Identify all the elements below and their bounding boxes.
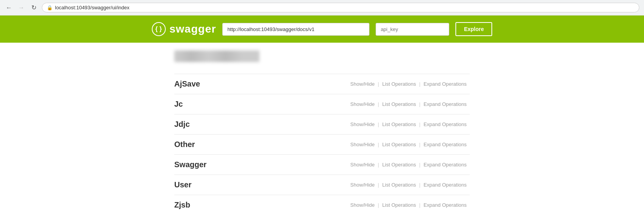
swagger-apikey-input[interactable] bbox=[376, 23, 449, 36]
back-button[interactable]: ← bbox=[5, 3, 13, 12]
browser-chrome: ← → ↻ 🔒 localhost:10493/swagger/ui/index bbox=[0, 0, 644, 16]
list-operations-link-user[interactable]: List Operations bbox=[379, 182, 419, 188]
swagger-header: { } swagger Explore bbox=[0, 16, 644, 43]
api-section-actions-jdjc: Show/Hide | List Operations | Expand Ope… bbox=[347, 121, 470, 127]
logo-symbol: { } bbox=[155, 26, 162, 33]
url-text: localhost:10493/swagger/ui/index bbox=[55, 5, 129, 10]
address-bar[interactable]: 🔒 localhost:10493/swagger/ui/index bbox=[42, 3, 639, 12]
api-section-name-other: Other bbox=[174, 140, 195, 149]
api-section-name-jc: Jc bbox=[174, 100, 183, 109]
main-content: AjSave Show/Hide | List Operations | Exp… bbox=[0, 43, 644, 218]
show-hide-link-zjsb[interactable]: Show/Hide bbox=[347, 202, 378, 208]
api-groups-container: AjSave Show/Hide | List Operations | Exp… bbox=[174, 74, 470, 215]
list-operations-link-jdjc[interactable]: List Operations bbox=[379, 121, 419, 127]
api-section-actions-user: Show/Hide | List Operations | Expand Ope… bbox=[347, 182, 470, 188]
api-section-ajsave: AjSave Show/Hide | List Operations | Exp… bbox=[174, 74, 470, 94]
explore-button[interactable]: Explore bbox=[455, 22, 492, 36]
api-section-actions-other: Show/Hide | List Operations | Expand Ope… bbox=[347, 142, 470, 147]
api-section-actions-swagger: Show/Hide | List Operations | Expand Ope… bbox=[347, 162, 470, 168]
lock-icon: 🔒 bbox=[47, 5, 53, 10]
show-hide-link-swagger[interactable]: Show/Hide bbox=[347, 162, 378, 168]
api-section-swagger: Swagger Show/Hide | List Operations | Ex… bbox=[174, 154, 470, 175]
api-section-name-user: User bbox=[174, 180, 191, 189]
api-section-actions-jc: Show/Hide | List Operations | Expand Ope… bbox=[347, 101, 470, 107]
show-hide-link-user[interactable]: Show/Hide bbox=[347, 182, 378, 188]
show-hide-link-jdjc[interactable]: Show/Hide bbox=[347, 121, 378, 127]
list-operations-link-zjsb[interactable]: List Operations bbox=[379, 202, 419, 208]
api-title-blurred bbox=[174, 50, 259, 62]
expand-operations-link-jdjc[interactable]: Expand Operations bbox=[421, 121, 470, 127]
refresh-button[interactable]: ↻ bbox=[29, 3, 38, 12]
api-section-jdjc: Jdjc Show/Hide | List Operations | Expan… bbox=[174, 114, 470, 134]
expand-operations-link-zjsb[interactable]: Expand Operations bbox=[421, 202, 470, 208]
swagger-logo: { } swagger bbox=[152, 22, 216, 36]
api-section-actions-zjsb: Show/Hide | List Operations | Expand Ope… bbox=[347, 202, 470, 208]
expand-operations-link-user[interactable]: Expand Operations bbox=[421, 182, 470, 188]
api-section-other: Other Show/Hide | List Operations | Expa… bbox=[174, 134, 470, 154]
api-section-name-swagger: Swagger bbox=[174, 160, 206, 169]
expand-operations-link-other[interactable]: Expand Operations bbox=[421, 142, 470, 147]
show-hide-link-other[interactable]: Show/Hide bbox=[347, 142, 378, 147]
list-operations-link-jc[interactable]: List Operations bbox=[379, 101, 419, 107]
api-section-name-ajsave: AjSave bbox=[174, 80, 200, 88]
api-section-name-jdjc: Jdjc bbox=[174, 120, 190, 129]
api-section-user: User Show/Hide | List Operations | Expan… bbox=[174, 175, 470, 195]
expand-operations-link-jc[interactable]: Expand Operations bbox=[421, 101, 470, 107]
api-section-jc: Jc Show/Hide | List Operations | Expand … bbox=[174, 94, 470, 114]
api-section-zjsb: Zjsb Show/Hide | List Operations | Expan… bbox=[174, 195, 470, 215]
swagger-url-input[interactable] bbox=[222, 23, 369, 36]
list-operations-link-swagger[interactable]: List Operations bbox=[379, 162, 419, 168]
api-section-actions-ajsave: Show/Hide | List Operations | Expand Ope… bbox=[347, 81, 470, 87]
show-hide-link-jc[interactable]: Show/Hide bbox=[347, 101, 378, 107]
api-section-name-zjsb: Zjsb bbox=[174, 201, 190, 209]
swagger-logo-icon: { } bbox=[152, 22, 166, 36]
forward-button[interactable]: → bbox=[17, 3, 26, 12]
list-operations-link-other[interactable]: List Operations bbox=[379, 142, 419, 147]
expand-operations-link-swagger[interactable]: Expand Operations bbox=[421, 162, 470, 168]
expand-operations-link-ajsave[interactable]: Expand Operations bbox=[421, 81, 470, 87]
list-operations-link-ajsave[interactable]: List Operations bbox=[379, 81, 419, 87]
show-hide-link-ajsave[interactable]: Show/Hide bbox=[347, 81, 378, 87]
swagger-logo-text: swagger bbox=[170, 23, 216, 35]
